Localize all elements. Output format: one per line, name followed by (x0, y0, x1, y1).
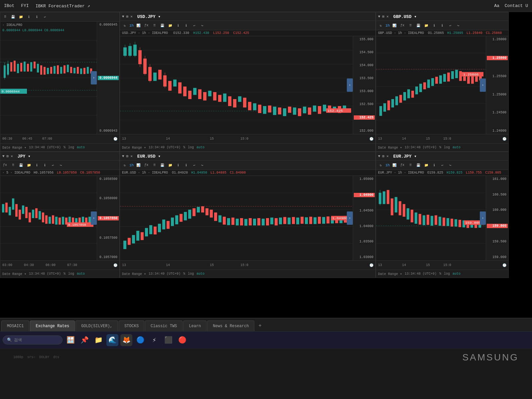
back-gbpusd[interactable]: ↩ (447, 22, 454, 29)
tab-classic-tws[interactable]: Classic TWS (145, 321, 183, 331)
auto-gbpusd[interactable]: auto (453, 146, 461, 149)
taskbar-icon-windows[interactable]: 🪟 (65, 334, 76, 346)
date-range-jpy[interactable]: Date Range ▾ (2, 272, 26, 276)
layout-eurjpy[interactable]: ⠿ (407, 162, 414, 169)
pct-lt[interactable]: % (64, 146, 66, 149)
fwd-eurusd[interactable]: ↪ (199, 162, 205, 169)
info1-gbpusd[interactable]: ℹ (431, 22, 438, 29)
info2-jpy[interactable]: ℹ (42, 162, 48, 169)
fwd-eurjpy[interactable]: ↪ (447, 162, 454, 169)
taskbar-icon-terminal[interactable]: ⬛ (162, 334, 174, 346)
collapse-btn-gbpusd[interactable]: ▼ (378, 15, 380, 19)
forecasttrader-menu[interactable]: IBKR ForecastTrader ↗ (36, 3, 90, 9)
candle-eurjpy[interactable]: 📊 (391, 162, 398, 169)
fwd-gbpusd[interactable]: ↪ (455, 22, 462, 29)
taskbar-icon-lightning[interactable]: ⚡ (148, 334, 160, 346)
fx-usdjpy[interactable]: ƒx (143, 22, 150, 29)
back-jpy[interactable]: ↩ (50, 162, 56, 169)
back-eurusd[interactable]: ↩ (191, 162, 198, 169)
refresh-eurusd[interactable]: ↻ (121, 162, 128, 169)
log-usdjpy[interactable]: log (188, 146, 194, 149)
date-range-gbpusd[interactable]: Date Range ▾ (378, 146, 402, 150)
folder-gbpusd[interactable]: 📁 (423, 22, 430, 29)
log-gbpusd[interactable]: log (444, 146, 450, 149)
date-range-usdjpy[interactable]: Date Range ▾ (122, 146, 146, 150)
fx-eurusd[interactable]: ƒx (143, 162, 150, 169)
tab-mosaic1[interactable]: MOSAIC1 (1, 321, 29, 331)
expand-jpy[interactable]: ⊞ (7, 154, 9, 158)
layout-gbpusd[interactable]: ⠿ (407, 22, 414, 29)
taskbar-icon-firefox[interactable]: 🦊 (120, 334, 132, 346)
folder-usdjpy[interactable]: 📁 (167, 22, 174, 29)
taskbar-icon-circle[interactable]: 🔵 (134, 334, 146, 346)
info1-eurjpy[interactable]: ℹ (431, 162, 438, 169)
taskbar-icon-app[interactable]: 🔴 (176, 334, 188, 346)
layout-eurusd[interactable]: ⠿ (151, 162, 158, 169)
fx-jpy[interactable]: ƒx (2, 162, 8, 169)
auto-jpy[interactable]: auto (77, 272, 85, 276)
log-eurjpy[interactable]: log (444, 272, 450, 276)
expand-eurjpy[interactable]: ⊞ (382, 154, 385, 158)
info1-jpy[interactable]: ℹ (34, 162, 40, 169)
back-eurjpy[interactable]: ↩ (439, 162, 446, 169)
save-gbpusd[interactable]: 💾 (415, 22, 422, 29)
date-range-lt[interactable]: Date Range ▾ (2, 146, 26, 150)
expand-btn-gbpusd[interactable]: ⊞ (382, 14, 385, 19)
log-lt[interactable]: log (68, 146, 74, 149)
date-range-eurusd[interactable]: Date Range ▾ (122, 272, 146, 276)
layout-jpy[interactable]: ⠿ (10, 162, 16, 169)
info-btn-1[interactable]: ℹ (26, 14, 32, 20)
tf-1h-eurjpy[interactable]: 1h (385, 163, 390, 167)
nav-arrow-jpy[interactable]: › (91, 211, 97, 225)
contact-button[interactable]: Contact U (505, 3, 528, 8)
layout-usdjpy[interactable]: ⠿ (151, 22, 158, 29)
tab-news-research[interactable]: News & Research (207, 321, 254, 331)
save-usdjpy[interactable]: 💾 (159, 22, 166, 29)
tab-exchange-rates[interactable]: Exchange Rates (30, 321, 75, 331)
close-jpy[interactable]: ✕ (11, 154, 13, 158)
log-eurusd[interactable]: log (188, 272, 194, 276)
save-btn-1[interactable]: 💾 (10, 14, 16, 20)
log-jpy[interactable]: log (68, 272, 74, 276)
fx-gbpusd[interactable]: ƒx (399, 22, 406, 29)
collapse-eurusd[interactable]: ▼ (122, 154, 124, 158)
taskbar-icon-edge[interactable]: 🌊 (106, 334, 118, 346)
close-eurjpy[interactable]: ✕ (386, 154, 389, 158)
close-btn-gbpusd[interactable]: ✕ (386, 14, 389, 19)
auto-usdjpy[interactable]: auto (197, 146, 204, 149)
nav-arrow-gbpusd[interactable]: › (480, 78, 486, 92)
info2-eurusd[interactable]: ℹ (183, 162, 190, 169)
auto-eurjpy[interactable]: auto (453, 272, 461, 276)
candle-eurusd[interactable]: 📊 (135, 162, 142, 169)
refresh-btn-usdjpy[interactable]: ↻ (121, 22, 128, 29)
fyi-menu[interactable]: FYI (21, 3, 29, 8)
undo-btn-1[interactable]: ↩ (42, 14, 48, 20)
tab-add-button[interactable]: + (255, 321, 265, 331)
nav-arrow-eurjpy[interactable]: › (480, 211, 486, 225)
collapse-jpy[interactable]: ▼ (2, 154, 5, 158)
taskbar-icon-folder[interactable]: 📁 (92, 334, 104, 346)
folder-eurusd[interactable]: 📁 (167, 162, 174, 169)
auto-eurusd[interactable]: auto (197, 272, 204, 276)
pct-jpy[interactable]: % (64, 272, 66, 276)
info2-gbpusd[interactable]: ℹ (439, 22, 446, 29)
collapse-eurjpy[interactable]: ▼ (378, 154, 380, 158)
folder-btn-1[interactable]: 📁 (18, 14, 24, 20)
save-eurjpy[interactable]: 💾 (415, 162, 422, 169)
expand-btn-usdjpy[interactable]: ⊞ (126, 14, 129, 19)
tab-stocks[interactable]: STOCKS (119, 321, 144, 331)
info2-btn-1[interactable]: ℹ (34, 14, 40, 20)
save-eurusd[interactable]: 💾 (159, 162, 166, 169)
nav-arrow-eurusd[interactable]: › (347, 211, 353, 225)
pct-eurjpy[interactable]: % (439, 272, 441, 276)
tab-gold-silver[interactable]: GOLD(SILVER), (75, 321, 118, 331)
pct-gbpusd[interactable]: % (439, 146, 441, 149)
info2-usdjpy[interactable]: ℹ (183, 22, 190, 29)
collapse-btn-usdjpy[interactable]: ▼ (122, 15, 124, 19)
nav-arrow-left-top[interactable]: › (91, 71, 97, 84)
pct-eurusd[interactable]: % (183, 272, 185, 276)
ibot-menu[interactable]: IBot (4, 3, 14, 8)
date-range-eurjpy[interactable]: Date Range ▾ (378, 272, 402, 276)
refresh-eurjpy[interactable]: ↻ (377, 162, 384, 169)
tab-learn[interactable]: Learn (183, 321, 206, 331)
